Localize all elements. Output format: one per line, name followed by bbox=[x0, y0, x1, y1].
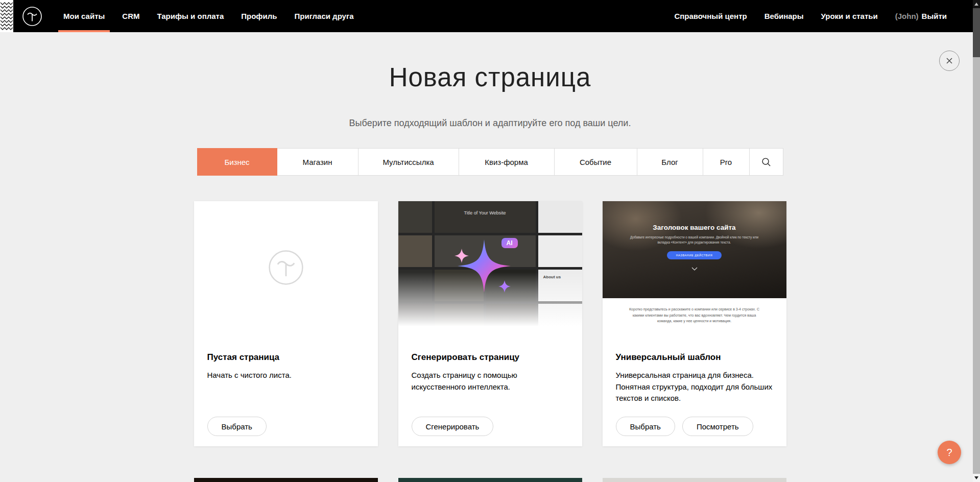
card-title: Пустая страница bbox=[207, 352, 365, 363]
preview-hero-button: Название действия bbox=[667, 251, 722, 259]
ai-badge: AI bbox=[501, 238, 518, 248]
card-title: Сгенерировать страницу bbox=[412, 352, 569, 363]
scrollbar-down-arrow[interactable] bbox=[973, 474, 980, 482]
primary-nav: Мои сайты CRM Тарифы и оплата Профиль Пр… bbox=[55, 0, 363, 32]
tab-quiz-form[interactable]: Квиз-форма bbox=[459, 148, 555, 176]
view-button[interactable]: Посмотреть bbox=[682, 417, 753, 436]
tilda-watermark-icon bbox=[268, 249, 304, 286]
template-cards-row-2 bbox=[194, 478, 786, 482]
scrollbar-up-arrow[interactable] bbox=[973, 0, 980, 8]
search-icon bbox=[761, 157, 771, 167]
nav-crm[interactable]: CRM bbox=[113, 0, 148, 32]
nav-my-sites[interactable]: Мои сайты bbox=[55, 0, 113, 32]
help-button[interactable]: ? bbox=[938, 441, 961, 464]
scrollbar-thumb[interactable] bbox=[973, 8, 980, 57]
nav-lessons[interactable]: Уроки и статьи bbox=[812, 0, 887, 32]
template-card-ai-generate: Title of Your Website About us bbox=[398, 201, 582, 446]
user-name: (John) bbox=[895, 12, 919, 20]
nav-profile[interactable]: Профиль bbox=[232, 0, 285, 32]
scrollbar[interactable] bbox=[973, 0, 980, 482]
chevron-down-icon bbox=[691, 267, 698, 271]
template-category-tabs: Бизнес Магазин Мультиссылка Квиз-форма С… bbox=[0, 148, 980, 176]
template-cards-row-1: Пустая страница Начать с чистого листа. … bbox=[194, 201, 786, 446]
tab-blog[interactable]: Блог bbox=[637, 148, 703, 176]
template-card-universal: Заголовок вашего сайта Добавьте интересн… bbox=[603, 201, 786, 446]
tab-event[interactable]: Событие bbox=[554, 148, 637, 176]
ai-card-preview[interactable]: Title of Your Website About us bbox=[398, 201, 582, 336]
nav-logout[interactable]: (John) Выйти bbox=[887, 0, 955, 32]
template-card-partial[interactable] bbox=[603, 478, 786, 482]
close-button[interactable] bbox=[939, 51, 960, 71]
template-card-blank: Пустая страница Начать с чистого листа. … bbox=[194, 201, 378, 446]
tilda-logo[interactable] bbox=[22, 6, 42, 27]
tab-multilink[interactable]: Мультиссылка bbox=[358, 148, 459, 176]
choose-button[interactable]: Выбрать bbox=[207, 417, 267, 436]
universal-card-preview[interactable]: Заголовок вашего сайта Добавьте интересн… bbox=[603, 201, 786, 336]
card-title: Универсальный шаблон bbox=[616, 352, 773, 363]
tab-search[interactable] bbox=[749, 148, 783, 176]
blank-card-preview[interactable] bbox=[194, 201, 378, 336]
template-card-partial[interactable] bbox=[398, 478, 582, 482]
nav-invite-friend[interactable]: Пригласи друга bbox=[285, 0, 362, 32]
screen: Мои сайты CRM Тарифы и оплата Профиль Пр… bbox=[0, 0, 980, 482]
choose-button[interactable]: Выбрать bbox=[616, 417, 675, 436]
page-subtitle: Выберите подходящий шаблон и адаптируйте… bbox=[0, 118, 980, 129]
top-navbar: Мои сайты CRM Тарифы и оплата Профиль Пр… bbox=[0, 0, 980, 32]
secondary-nav: Справочный центр Вебинары Уроки и статьи… bbox=[665, 0, 955, 32]
tab-pro[interactable]: Pro bbox=[703, 148, 750, 176]
card-description: Универсальная страница для бизнеса. Поня… bbox=[616, 370, 773, 404]
zigzag-pattern-icon bbox=[0, 0, 13, 32]
card-description: Создать страницу с помощью искусственног… bbox=[412, 370, 569, 393]
tab-store[interactable]: Магазин bbox=[277, 148, 358, 176]
nav-pricing[interactable]: Тарифы и оплата bbox=[148, 0, 232, 32]
close-icon bbox=[945, 57, 953, 65]
preview-hero-text: Добавьте интересные подробности о вашей … bbox=[625, 235, 764, 246]
preview-hero-title: Заголовок вашего сайта bbox=[653, 224, 735, 231]
card-description: Начать с чистого листа. bbox=[207, 370, 365, 381]
template-card-partial[interactable] bbox=[194, 478, 378, 482]
preview-body-text: Коротко представьтесь и расскажите о ком… bbox=[603, 298, 786, 324]
nav-webinars[interactable]: Вебинары bbox=[756, 0, 812, 32]
logout-label: Выйти bbox=[922, 12, 947, 20]
nav-help-center[interactable]: Справочный центр bbox=[665, 0, 755, 32]
generate-button[interactable]: Сгенерировать bbox=[412, 417, 494, 436]
page-title: Новая страница bbox=[0, 62, 980, 92]
tab-business[interactable]: Бизнес bbox=[197, 148, 277, 176]
